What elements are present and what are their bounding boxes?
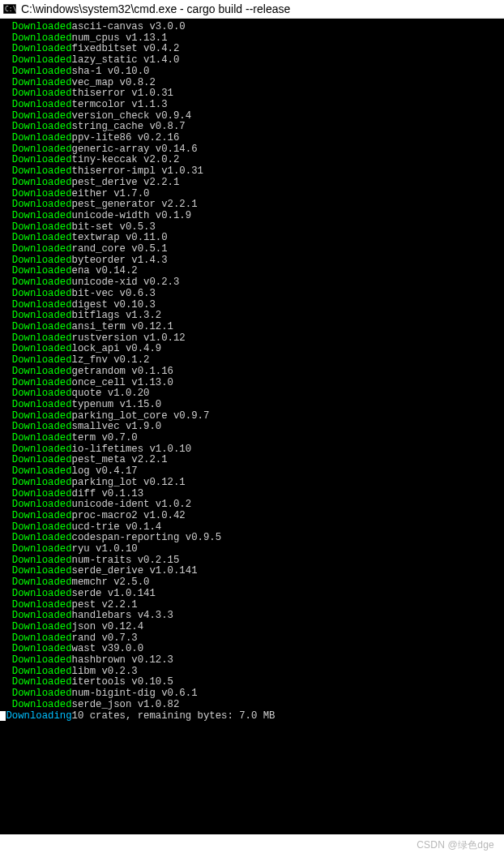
download-line: Downloaded getrandom v0.1.16 [0,366,504,378]
download-line: Downloaded sha-1 v0.10.0 [0,66,504,78]
package-name: bitflags v1.3.2 [72,311,162,322]
status-downloaded: Downloaded [12,122,72,133]
download-line: Downloaded bit-set v0.5.3 [0,222,504,234]
package-name: num-bigint-dig v0.6.1 [72,688,198,700]
package-name: lz_fnv v0.1.2 [72,355,150,366]
package-name: hashbrown v0.12.3 [72,655,173,667]
download-line: Downloaded ansi_term v0.12.1 [0,322,504,333]
status-downloaded: Downloaded [12,466,72,478]
package-name: wast v39.0.0 [72,644,144,655]
package-name: rand v0.7.3 [72,633,138,645]
download-line: Downloaded lz_fnv v0.1.2 [0,355,504,366]
download-line: Downloaded byteorder v1.4.3 [0,255,504,267]
status-downloaded: Downloaded [12,700,72,711]
package-name: once_cell v1.13.0 [72,378,173,389]
status-downloaded: Downloaded [12,66,72,78]
package-name: lock_api v0.4.9 [72,344,162,355]
status-downloaded: Downloaded [12,233,72,244]
status-downloaded: Downloaded [12,344,72,355]
status-downloaded: Downloaded [12,444,72,456]
status-downloaded: Downloaded [12,400,72,411]
download-line: Downloaded bitflags v1.3.2 [0,311,504,322]
status-downloaded: Downloaded [12,144,72,156]
package-name: bit-set v0.5.3 [72,222,156,234]
title-bar[interactable]: C:\ C:\windows\system32\cmd.exe - cargo … [0,0,504,19]
download-line: Downloaded tiny-keccak v2.0.2 [0,155,504,166]
status-downloaded: Downloaded [12,633,72,645]
download-line: Downloaded rand_core v0.5.1 [0,244,504,255]
package-name: num_cpus v1.13.1 [72,33,168,45]
package-name: quote v1.0.20 [72,388,150,400]
package-name: ascii-canvas v3.0.0 [72,22,186,33]
package-name: libm v0.2.3 [72,667,138,678]
cursor [0,711,6,721]
status-downloaded: Downloaded [12,78,72,89]
status-downloaded: Downloaded [12,211,72,222]
package-name: either v1.7.0 [72,189,150,200]
download-line: Downloaded num_cpus v1.13.1 [0,33,504,45]
download-line: Downloaded pest_meta v2.2.1 [0,455,504,466]
download-line: Downloaded itertools v0.10.5 [0,677,504,688]
package-name: io-lifetimes v1.0.10 [72,444,192,456]
status-downloading: Downloading [6,711,71,722]
status-downloaded: Downloaded [12,622,72,633]
package-name: ansi_term v0.12.1 [72,322,173,333]
terminal-output[interactable]: Downloaded ascii-canvas v3.0.0 Downloade… [0,19,504,834]
package-name: term v0.7.0 [72,433,138,444]
status-downloaded: Downloaded [12,577,72,589]
window-title: C:\windows\system32\cmd.exe - cargo buil… [21,2,290,15]
status-downloaded: Downloaded [12,300,72,311]
package-name: rand_core v0.5.1 [72,244,168,255]
package-name: pest v2.2.1 [72,600,138,611]
download-line: Downloaded unicode-ident v1.0.2 [0,499,504,511]
status-downloaded: Downloaded [12,44,72,55]
package-name: serde_derive v1.0.141 [72,566,198,577]
package-name: log v0.4.17 [72,466,138,478]
download-line: Downloaded ena v0.14.2 [0,266,504,277]
download-line: Downloaded ryu v1.0.10 [0,544,504,555]
package-name: parking_lot_core v0.9.7 [72,411,210,422]
download-line: Downloaded pest v2.2.1 [0,600,504,611]
download-line: Downloaded term v0.7.0 [0,433,504,444]
status-downloaded: Downloaded [12,333,72,345]
package-name: fixedbitset v0.4.2 [72,44,180,55]
package-name: version_check v0.9.4 [72,111,192,122]
status-downloaded: Downloaded [12,311,72,322]
package-name: serde v1.0.141 [72,589,156,600]
status-downloaded: Downloaded [12,644,72,655]
download-line: Downloaded ucd-trie v0.1.4 [0,522,504,534]
package-name: num-traits v0.2.15 [72,555,180,567]
download-line: Downloaded parking_lot_core v0.9.7 [0,411,504,422]
download-line: Downloaded diff v0.1.13 [0,489,504,500]
status-downloaded: Downloaded [12,222,72,234]
download-line: Downloaded num-traits v0.2.15 [0,555,504,567]
package-name: sha-1 v0.10.0 [72,66,150,78]
package-name: pest_meta v2.2.1 [72,455,168,466]
package-name: digest v0.10.3 [72,300,156,311]
package-name: unicode-width v0.1.9 [72,211,192,222]
package-name: thiserror-impl v1.0.31 [72,166,203,178]
status-downloaded: Downloaded [12,522,72,534]
cmd-window: C:\ C:\windows\system32\cmd.exe - cargo … [0,0,504,834]
package-name: thiserror v1.0.31 [72,88,173,100]
download-line: Downloaded unicode-xid v0.2.3 [0,277,504,289]
status-downloaded: Downloaded [12,266,72,277]
package-name: serde_json v1.0.82 [72,700,180,711]
download-line: Downloaded termcolor v1.1.3 [0,100,504,111]
status-downloaded: Downloaded [12,511,72,522]
download-line: Downloaded smallvec v1.9.0 [0,422,504,433]
download-line: Downloaded num-bigint-dig v0.6.1 [0,688,504,700]
download-line: Downloaded pest_generator v2.2.1 [0,199,504,211]
package-name: smallvec v1.9.0 [72,422,162,433]
status-downloaded: Downloaded [12,611,72,622]
package-name: byteorder v1.4.3 [72,255,168,267]
status-downloaded: Downloaded [12,589,72,600]
download-line: Downloaded log v0.4.17 [0,466,504,478]
package-name: termcolor v1.1.3 [72,100,168,111]
download-line: Downloaded string_cache v0.8.7 [0,122,504,133]
download-line: Downloaded textwrap v0.11.0 [0,233,504,244]
downloading-line: Downloading 10 crates, remaining bytes: … [0,711,504,722]
download-line: Downloaded pest_derive v2.2.1 [0,178,504,189]
download-line: Downloaded generic-array v0.14.6 [0,144,504,156]
package-name: rustversion v1.0.12 [72,333,186,345]
